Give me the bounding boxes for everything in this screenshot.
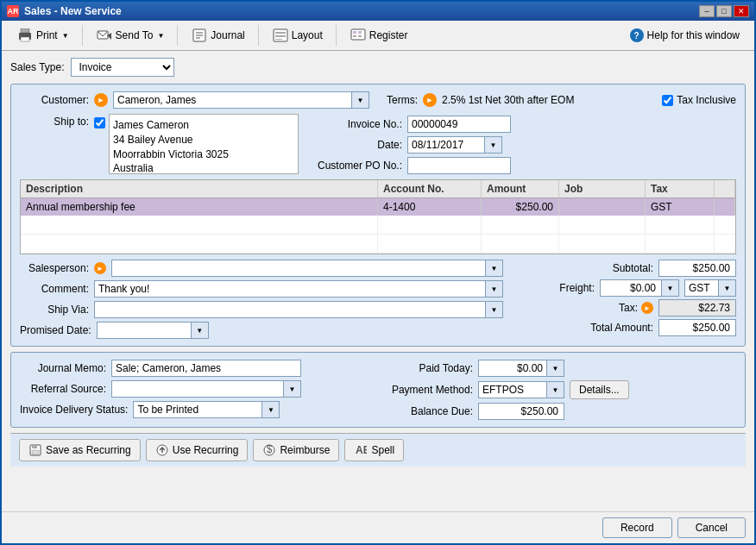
layout-button[interactable]: Layout: [264, 24, 331, 47]
salesperson-dropdown[interactable]: ▼: [486, 260, 503, 277]
payment-method-combo[interactable]: ▼: [478, 381, 564, 398]
tax-inclusive-label: Tax Inclusive: [677, 94, 736, 106]
delivery-status-label: Invoice Delivery Status:: [20, 404, 128, 416]
customer-po-row: Customer PO No.:: [316, 157, 736, 174]
comment-combo[interactable]: ▼: [94, 280, 503, 298]
payment-method-input[interactable]: [478, 381, 547, 398]
comment-label: Comment:: [20, 283, 89, 295]
sales-type-select[interactable]: Invoice: [71, 58, 174, 77]
print-button[interactable]: Print ▼: [9, 24, 77, 47]
freight-dropdown[interactable]: ▼: [662, 279, 679, 297]
payment-method-row: Payment Method: ▼ Details...: [387, 380, 736, 399]
title-bar-left: AR Sales - New Service: [7, 5, 122, 17]
referral-combo[interactable]: ▼: [111, 380, 301, 398]
help-button[interactable]: ? Help for this window: [622, 25, 747, 46]
maximize-button[interactable]: □: [716, 5, 732, 17]
delivery-combo[interactable]: ▼: [133, 401, 280, 418]
paid-today-combo[interactable]: ▼: [478, 360, 564, 377]
ship-via-label: Ship Via:: [20, 304, 89, 316]
journal-button[interactable]: Journal: [183, 24, 252, 47]
svg-rect-19: [358, 35, 362, 37]
salesperson-input[interactable]: [111, 260, 486, 277]
sales-type-label: Sales Type:: [10, 61, 64, 73]
send-to-dropdown-arrow[interactable]: ▼: [157, 32, 164, 40]
terms-row: Terms: ► 2.5% 1st Net 30th after EOM Tax…: [387, 91, 736, 109]
cancel-button[interactable]: Cancel: [677, 517, 746, 538]
customer-nav-icon[interactable]: ►: [94, 93, 108, 107]
gst-input[interactable]: [684, 279, 719, 297]
ship-via-combo[interactable]: ▼: [94, 301, 503, 318]
comment-row: Comment: ▼: [20, 280, 503, 298]
promised-date-dropdown[interactable]: ▼: [192, 322, 209, 339]
customer-input[interactable]: [113, 91, 352, 109]
action-buttons-row: Save as Recurring Use Recurring $ Reimbu…: [10, 433, 746, 467]
delivery-status-input[interactable]: [133, 401, 262, 418]
customer-po-input[interactable]: [407, 157, 511, 174]
top-form-panel: Customer: ► ▼ Terms: ► 2.5% 1st Net 30th…: [10, 84, 746, 347]
help-icon: ?: [630, 28, 644, 42]
delivery-status-dropdown[interactable]: ▼: [262, 401, 280, 418]
td-row-action: [715, 198, 735, 216]
ship-via-dropdown[interactable]: ▼: [486, 301, 503, 318]
record-button[interactable]: Record: [602, 517, 672, 538]
ship-to-checkbox[interactable]: [94, 117, 105, 128]
title-bar: AR Sales - New Service – □ ✕: [2, 2, 754, 21]
journal-label: Journal: [211, 29, 244, 41]
toolbar-sep-1: [82, 25, 83, 46]
customer-dropdown-btn[interactable]: ▼: [352, 91, 369, 109]
close-button[interactable]: ✕: [734, 5, 749, 17]
paid-today-input[interactable]: [478, 360, 547, 377]
details-button[interactable]: Details...: [570, 380, 629, 399]
use-recurring-label: Use Recurring: [173, 444, 239, 456]
gst-combo[interactable]: ▼: [684, 279, 736, 297]
balance-due-label: Balance Due:: [387, 405, 473, 417]
invoice-date-input[interactable]: [407, 136, 485, 153]
sales-type-combo[interactable]: Invoice: [71, 58, 174, 77]
print-dropdown-arrow[interactable]: ▼: [62, 32, 69, 40]
total-amount-label: Total Amount:: [590, 322, 653, 334]
spell-button[interactable]: ABC Spell: [344, 439, 404, 461]
invoice-date-combo[interactable]: ▼: [407, 136, 502, 153]
layout-label: Layout: [292, 29, 323, 41]
comment-input[interactable]: [94, 280, 486, 298]
bottom-left: Journal Memo: Referral Source: ▼ Invoice…: [20, 360, 369, 420]
invoice-date-dropdown[interactable]: ▼: [485, 136, 502, 153]
sales-type-row: Sales Type: Invoice: [10, 56, 746, 78]
ship-via-input[interactable]: [94, 301, 486, 318]
table-header: Description Account No. Amount Job Tax: [21, 180, 735, 198]
referral-input[interactable]: [111, 380, 284, 398]
invoice-no-input[interactable]: [407, 116, 511, 133]
tax-info-icon[interactable]: ►: [641, 302, 653, 314]
svg-rect-22: [32, 450, 39, 454]
send-to-button[interactable]: Send To ▼: [88, 24, 173, 47]
table-row[interactable]: Annual membership fee 4-1400 $250.00 GST: [21, 198, 735, 216]
empty-cell: [482, 235, 559, 253]
referral-dropdown[interactable]: ▼: [284, 380, 301, 398]
terms-nav-icon[interactable]: ►: [423, 93, 437, 107]
freight-combo[interactable]: $0.00 ▼: [600, 279, 679, 297]
save-recurring-button[interactable]: Save as Recurring: [19, 439, 141, 461]
invoice-date-label: Date:: [316, 139, 402, 151]
salesperson-combo[interactable]: ▼: [111, 260, 503, 277]
payment-method-dropdown[interactable]: ▼: [547, 381, 564, 398]
th-account: Account No.: [378, 180, 482, 197]
journal-memo-input[interactable]: [111, 360, 301, 377]
title-buttons: – □ ✕: [699, 5, 749, 17]
reimburse-button[interactable]: $ Reimburse: [253, 439, 339, 461]
paid-today-dropdown[interactable]: ▼: [547, 360, 564, 377]
customer-combo[interactable]: ▼: [113, 91, 369, 109]
tax-inclusive-checkbox[interactable]: [662, 95, 673, 106]
invoice-no-label: Invoice No.:: [316, 118, 402, 130]
use-recurring-button[interactable]: Use Recurring: [146, 439, 249, 461]
salesperson-info-icon[interactable]: ►: [94, 262, 106, 274]
promised-date-combo[interactable]: ▼: [97, 322, 209, 339]
comment-dropdown[interactable]: ▼: [486, 280, 503, 298]
th-tax: Tax: [646, 180, 715, 197]
minimize-button[interactable]: –: [699, 5, 715, 17]
ship-to-content: James Cameron 34 Bailey Avenue Moorrabbi…: [94, 114, 299, 174]
register-button[interactable]: Register: [342, 24, 416, 47]
bottom-content: Journal Memo: Referral Source: ▼ Invoice…: [20, 360, 736, 420]
customer-po-label: Customer PO No.:: [316, 160, 402, 172]
promised-date-input[interactable]: [97, 322, 192, 339]
gst-dropdown[interactable]: ▼: [719, 279, 736, 297]
